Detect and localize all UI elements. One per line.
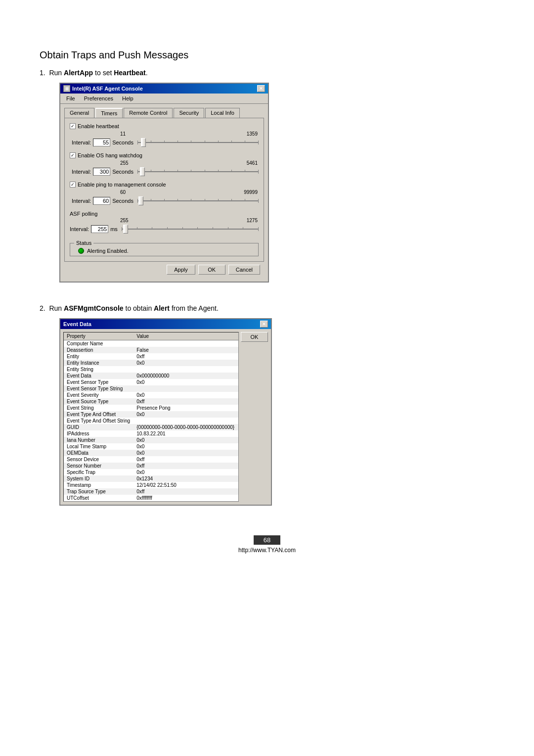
table-row: Timestamp12/14/02 22:51:50 <box>64 482 238 488</box>
event-table-wrapper: Property Value Computer NameDeassertionF… <box>63 332 239 502</box>
col-value: Value <box>134 332 238 340</box>
table-row: Event Type And Offset String <box>64 418 238 424</box>
property-cell: Sensor Device <box>64 456 134 463</box>
apply-button[interactable]: Apply <box>167 265 195 275</box>
asf-polling-interval-input[interactable] <box>91 225 108 233</box>
section-title: Obtain Traps and Push Messages <box>40 49 494 61</box>
step1-app: AlertApp <box>64 69 93 77</box>
ping-label: Enable ping to management console <box>78 182 166 188</box>
table-row: Event Source Type0xff <box>64 398 238 405</box>
property-cell: UTCoffset <box>64 495 134 501</box>
heartbeat-interval-row: Interval: Seconds <box>72 138 259 147</box>
step-1: 1. Run AlertApp to set Heartbeat. ⊞ Inte… <box>40 69 494 292</box>
property-cell: Specific Trap <box>64 469 134 475</box>
heartbeat-max: 1359 <box>247 131 258 137</box>
watchdog-interval-input[interactable] <box>93 168 110 176</box>
ping-max: 99999 <box>244 189 258 195</box>
ping-slider-row: Interval: Seconds <box>70 196 259 206</box>
value-cell: 0x0 <box>134 411 238 418</box>
asf-titlebar: ⊞ Intel(R) ASF Agent Console ✕ <box>60 84 268 94</box>
asf-polling-section: ASF polling 255 1275 Interval: ms <box>70 211 259 234</box>
value-cell <box>134 418 238 424</box>
property-cell: Entity Instance <box>64 360 134 366</box>
property-cell: Event Type And Offset String <box>64 418 134 424</box>
value-cell: Presence Pong <box>134 405 238 411</box>
property-cell: Event String <box>64 405 134 411</box>
status-text: Alerting Enabled. <box>87 248 129 254</box>
asf-close-button[interactable]: ✕ <box>257 85 265 92</box>
ping-checkbox[interactable]: ✓ <box>70 182 76 188</box>
watchdog-max: 5461 <box>247 160 258 166</box>
cancel-button[interactable]: Cancel <box>228 265 260 275</box>
tab-security[interactable]: Security <box>174 108 204 118</box>
heartbeat-slider-numbers: 11 1359 <box>70 131 259 137</box>
tab-timers[interactable]: Timers <box>95 108 123 118</box>
value-cell: 0x0000000000 <box>134 373 238 379</box>
tab-remote-control[interactable]: Remote Control <box>124 108 173 118</box>
asf-title: Intel(R) ASF Agent Console <box>72 86 143 92</box>
menu-file[interactable]: File <box>62 94 79 102</box>
asf-tab-bar: General Timers Remote Control Security L… <box>64 108 264 118</box>
tab-local-info[interactable]: Local Info <box>205 108 240 118</box>
step2-mid: to obtain <box>124 304 154 312</box>
step-2: 2. Run ASFMgmtConsole to obtain Alert fr… <box>40 304 494 516</box>
value-cell: 0x0 <box>134 360 238 366</box>
table-row: Event Severity0x0 <box>64 392 238 398</box>
table-row: Specific Trap0x0 <box>64 469 238 475</box>
ping-unit: Seconds <box>112 198 134 204</box>
watchdog-checkbox[interactable]: ✓ <box>70 152 76 158</box>
event-table-body: Computer NameDeassertionFalseEntity0xffE… <box>64 340 238 502</box>
footer-url: http://www.TYAN.com <box>40 547 494 554</box>
value-cell <box>134 340 238 347</box>
value-cell <box>134 366 238 373</box>
heartbeat-label: Enable heartbeat <box>78 123 119 129</box>
value-cell: 0x1234 <box>134 475 238 482</box>
property-cell: Event Data <box>64 373 134 379</box>
event-dialog-body: Property Value Computer NameDeassertionF… <box>60 329 271 505</box>
ping-interval-input[interactable] <box>93 197 110 205</box>
event-title: Event Data <box>63 321 91 327</box>
table-row: Local Time Stamp0x0 <box>64 443 238 450</box>
watchdog-unit: Seconds <box>112 169 134 175</box>
table-row: Event StringPresence Pong <box>64 405 238 411</box>
menu-preferences[interactable]: Preferences <box>80 94 117 102</box>
tab-general[interactable]: General <box>64 108 94 118</box>
event-table: Property Value Computer NameDeassertionF… <box>64 332 238 501</box>
event-dialog: Event Data ✕ Property Value Computer Nam… <box>59 318 272 506</box>
table-row: Event Sensor Type0x0 <box>64 379 238 385</box>
property-cell: Entity <box>64 353 134 360</box>
value-cell: 0xff <box>134 456 238 463</box>
heartbeat-interval-label: Interval: <box>72 140 91 145</box>
value-cell: 0xffffffff <box>134 495 238 501</box>
col-property: Property <box>64 332 134 340</box>
heartbeat-interval-input[interactable] <box>93 139 110 146</box>
event-titlebar: Event Data ✕ <box>60 319 271 329</box>
ping-checkbox-row: ✓ Enable ping to management console <box>70 182 259 188</box>
property-cell: Local Time Stamp <box>64 443 134 450</box>
asf-tab-content: ✓ Enable heartbeat 11 1359 Interval: Sec… <box>64 118 264 262</box>
ok-button[interactable]: OK <box>198 265 225 275</box>
table-row: IPAddress10.83.22.201 <box>64 430 238 437</box>
table-row: Sensor Number0xff <box>64 463 238 469</box>
status-row: Alerting Enabled. <box>74 248 254 254</box>
property-cell: Event Sensor Type String <box>64 385 134 392</box>
table-row: GUID{00000000-0000-0000-0000-00000000000… <box>64 424 238 430</box>
value-cell: 0x0 <box>134 392 238 398</box>
value-cell: 12/14/02 22:51:50 <box>134 482 238 488</box>
asf-app-icon: ⊞ <box>63 85 70 92</box>
event-ok-button[interactable]: OK <box>241 332 268 342</box>
menu-help[interactable]: Help <box>118 94 137 102</box>
step1-target: Heartbeat <box>114 69 146 77</box>
table-row: Event Sensor Type String <box>64 385 238 392</box>
heartbeat-checkbox[interactable]: ✓ <box>70 123 76 129</box>
status-legend: Status <box>74 240 93 246</box>
watchdog-label: Enable OS hang watchdog <box>78 152 142 158</box>
event-table-header: Property Value <box>64 332 238 340</box>
table-row: Iana Number0x0 <box>64 437 238 443</box>
ping-interval-row: Interval: Seconds <box>72 196 259 206</box>
step1-mid: to set <box>93 69 114 77</box>
event-close-button[interactable]: ✕ <box>260 321 268 328</box>
heartbeat-min: 11 <box>120 131 126 137</box>
status-section-wrapper: Status Alerting Enabled. <box>70 240 259 256</box>
asf-polling-interval-row: Interval: ms <box>70 224 259 234</box>
